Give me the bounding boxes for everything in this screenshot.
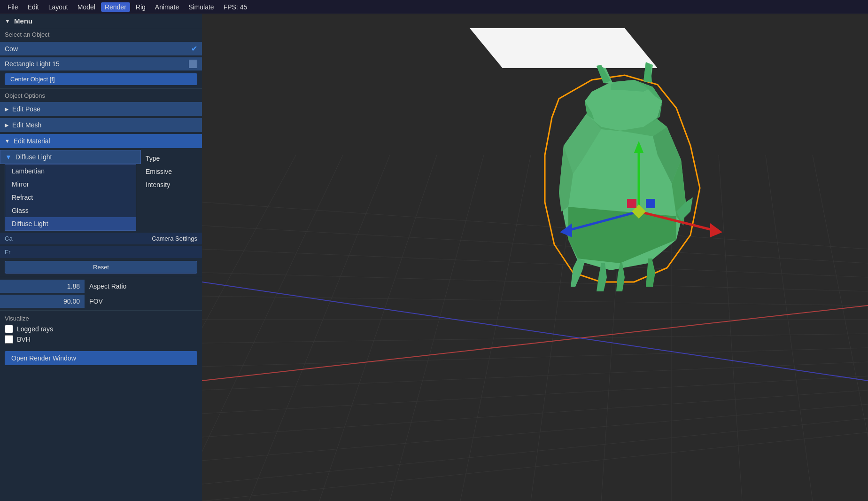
menu-section-header: ▼ Menu <box>0 14 202 28</box>
aspect-ratio-label: Aspect Ratio <box>85 280 131 293</box>
intensity-label: Intensity <box>141 178 202 191</box>
menu-model[interactable]: Model <box>74 2 99 12</box>
fov-label: FOV <box>85 295 108 308</box>
menu-header-label: Menu <box>14 17 32 25</box>
edit-material-row[interactable]: ▼ Edit Material <box>0 134 202 148</box>
edit-material-label: Edit Material <box>14 137 50 145</box>
divider-3 <box>0 310 202 311</box>
object-check-cow: ✔ <box>191 44 197 53</box>
edit-pose-row[interactable]: ▶ Edit Pose <box>0 102 202 116</box>
menu-file[interactable]: File <box>4 2 22 12</box>
edit-pose-label: Edit Pose <box>12 105 40 113</box>
object-row-rect-light[interactable]: Rectangle Light 15 <box>0 57 202 70</box>
menu-rig[interactable]: Rig <box>132 2 149 12</box>
camera-partial-row-2: Fr <box>0 246 202 258</box>
emissive-label: Emissive <box>141 165 202 178</box>
scene-svg <box>202 14 868 501</box>
object-options-label: Object Options <box>0 90 202 101</box>
main-content: ▼ Menu Select an Object Cow ✔ Rectangle … <box>0 14 868 501</box>
object-row-cow[interactable]: Cow ✔ <box>0 42 202 55</box>
open-render-window-button[interactable]: Open Render Window <box>5 351 197 365</box>
aspect-ratio-input[interactable] <box>0 280 85 293</box>
divider-2 <box>0 277 202 277</box>
object-name-rect-light: Rectangle Light 15 <box>5 60 189 68</box>
fov-row: FOV <box>0 295 202 308</box>
menu-edit[interactable]: Edit <box>24 2 43 12</box>
edit-pose-arrow: ▶ <box>5 106 8 112</box>
logged-rays-checkbox[interactable] <box>5 325 13 333</box>
logged-rays-row: Logged rays <box>5 325 197 333</box>
menu-render[interactable]: Render <box>101 2 130 12</box>
menu-collapse-arrow[interactable]: ▼ <box>5 18 10 24</box>
edit-mesh-row[interactable]: ▶ Edit Mesh <box>0 118 202 132</box>
edit-material-arrow: ▼ <box>5 138 10 144</box>
object-name-cow: Cow <box>5 45 191 53</box>
object-icon-rect-light <box>189 60 197 68</box>
svg-rect-61 <box>646 199 655 208</box>
svg-marker-30 <box>470 28 658 68</box>
bvh-label: BVH <box>17 336 31 343</box>
material-right-col: Type Emissive Intensity <box>141 150 202 193</box>
option-refract[interactable]: Refract <box>5 191 136 204</box>
option-glass[interactable]: Glass <box>5 204 136 217</box>
dropdown-arrow-icon: ▼ <box>5 153 12 161</box>
svg-rect-60 <box>627 199 636 208</box>
menu-animate[interactable]: Animate <box>151 2 183 12</box>
menu-layout[interactable]: Layout <box>45 2 72 12</box>
left-panel: ▼ Menu Select an Object Cow ✔ Rectangle … <box>0 14 202 501</box>
bvh-row: BVH <box>5 335 197 344</box>
aspect-ratio-row: Aspect Ratio <box>0 280 202 293</box>
logged-rays-label: Logged rays <box>17 325 53 333</box>
divider-1 <box>0 88 202 89</box>
type-label: Type <box>141 152 202 165</box>
option-diffuse-light[interactable]: Diffuse Light <box>5 217 136 230</box>
edit-mesh-arrow: ▶ <box>5 122 8 128</box>
material-dropdown[interactable]: ▼ Diffuse Light <box>0 150 141 164</box>
bvh-checkbox[interactable] <box>5 335 13 344</box>
option-mirror[interactable]: Mirror <box>5 178 136 191</box>
visualize-section: Visualize Logged rays BVH <box>0 312 202 348</box>
top-menubar: File Edit Layout Model Render Rig Animat… <box>0 0 868 14</box>
viewport[interactable] <box>202 14 868 501</box>
visualize-label: Visualize <box>5 315 197 322</box>
material-left-col: ▼ Diffuse Light Lambertian Mirror Refrac… <box>0 150 141 231</box>
camera-label-partial: Ca <box>5 235 13 242</box>
fov-input[interactable] <box>0 295 85 308</box>
dropdown-options-list: Lambertian Mirror Refract Glass Diffuse … <box>5 164 136 231</box>
fps-display: FPS: 45 <box>224 3 248 11</box>
camera-partial-row-1: Ca Camera Settings <box>0 233 202 244</box>
reset-button[interactable]: Reset <box>5 261 197 274</box>
option-lambertian[interactable]: Lambertian <box>5 164 136 178</box>
camera-settings-partial: Camera Settings <box>152 235 197 242</box>
fr-label: Fr <box>5 249 10 256</box>
center-object-button[interactable]: Center Object [f] <box>5 73 197 85</box>
menu-simulate[interactable]: Simulate <box>185 2 217 12</box>
dropdown-selected-text: Diffuse Light <box>16 153 136 161</box>
material-type-container: ▼ Diffuse Light Lambertian Mirror Refrac… <box>0 150 202 231</box>
edit-mesh-label: Edit Mesh <box>12 121 41 129</box>
select-object-label: Select an Object <box>0 28 202 41</box>
